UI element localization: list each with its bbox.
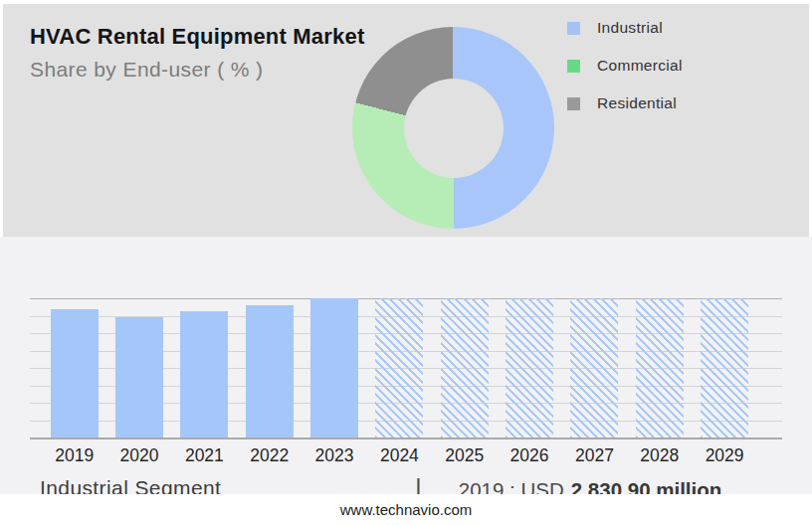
x-axis-line: [30, 438, 782, 439]
bar-forecast-2029: [701, 298, 748, 438]
bar-2020: [115, 317, 163, 438]
x-axis-label-2023: 2023: [303, 445, 366, 466]
x-axis-label-2027: 2027: [562, 445, 626, 466]
bar-2019: [51, 309, 99, 438]
summary-panel: HVAC Rental Equipment Market Share by En…: [3, 4, 809, 237]
bar-2021: [180, 311, 228, 438]
bar-chart-plot: 2019202020212022202320242025202620272028…: [30, 298, 782, 438]
bar-forecast-2028: [636, 298, 684, 438]
legend-label: Commercial: [597, 57, 683, 75]
donut-hole: [404, 79, 504, 178]
legend-item-industrial: Industrial: [567, 19, 683, 37]
x-axis-label-2021: 2021: [172, 445, 236, 466]
legend-label: Residential: [597, 94, 677, 112]
x-axis-label-2026: 2026: [498, 445, 561, 466]
bar-forecast-2026: [506, 298, 553, 438]
x-axis-label-2022: 2022: [238, 445, 302, 466]
x-axis-label-2025: 2025: [433, 445, 497, 466]
x-axis-label-2029: 2029: [693, 445, 756, 466]
donut-legend: IndustrialCommercialResidential: [567, 19, 683, 132]
x-axis-label-2020: 2020: [107, 445, 171, 466]
legend-item-commercial: Commercial: [567, 57, 683, 75]
legend-swatch-icon: [567, 60, 580, 73]
legend-item-residential: Residential: [567, 94, 683, 112]
bar-chart-section: 2019202020212022202320242025202620272028…: [0, 237, 812, 494]
page-title: HVAC Rental Equipment Market: [30, 24, 364, 50]
x-axis-label-2024: 2024: [367, 445, 431, 466]
legend-swatch-icon: [567, 22, 580, 35]
bar-2023: [310, 298, 358, 438]
x-axis-label-2019: 2019: [43, 445, 106, 466]
legend-swatch-icon: [567, 97, 580, 110]
footer: www.technavio.com: [0, 494, 812, 525]
x-axis-label-2028: 2028: [628, 445, 692, 466]
bar-2022: [246, 305, 294, 438]
footer-url: www.technavio.com: [340, 501, 473, 518]
donut-chart: [352, 27, 554, 229]
page-subtitle: Share by End-user ( % ): [30, 58, 263, 82]
bar-forecast-2027: [570, 298, 618, 438]
bar-forecast-2024: [375, 298, 423, 438]
bar-forecast-2025: [441, 298, 489, 438]
legend-label: Industrial: [597, 19, 663, 37]
